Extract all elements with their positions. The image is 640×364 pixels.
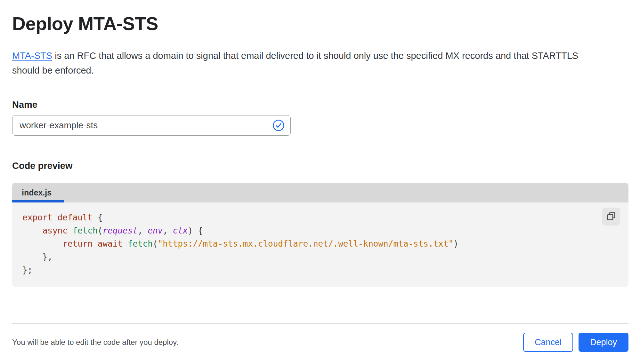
description: MTA-STS is an RFC that allows a domain t… xyxy=(12,48,628,78)
footer-note: You will be able to edit the code after … xyxy=(12,338,178,347)
deploy-mta-sts-page: Deploy MTA-STS MTA-STS is an RFC that al… xyxy=(0,13,640,352)
description-line1: is an RFC that allows a domain to signal… xyxy=(52,51,578,61)
code-line: }, xyxy=(22,250,618,264)
copy-code-button[interactable] xyxy=(602,208,620,226)
code-line: }; xyxy=(22,264,618,277)
tab-label: index.js xyxy=(22,188,52,197)
name-label: Name xyxy=(12,99,628,110)
code-content: export default { async fetch(request, en… xyxy=(22,211,618,277)
footer: You will be able to edit the code after … xyxy=(12,333,628,352)
code-editor-area: export default { async fetch(request, en… xyxy=(12,202,628,287)
code-line: export default { xyxy=(22,211,618,224)
mta-sts-link[interactable]: MTA-STS xyxy=(12,51,52,61)
name-input[interactable] xyxy=(12,115,291,136)
tab-index-js[interactable]: index.js xyxy=(12,183,64,202)
check-circle-icon xyxy=(272,119,285,132)
code-preview-label: Code preview xyxy=(12,161,628,171)
cancel-button[interactable]: Cancel xyxy=(523,333,573,352)
active-tab-indicator xyxy=(12,200,64,202)
code-line: async fetch(request, env, ctx) { xyxy=(22,224,618,237)
code-line: return await fetch("https://mta-sts.mx.c… xyxy=(22,237,618,250)
code-tabbar: index.js xyxy=(12,183,628,202)
copy-icon xyxy=(607,212,615,221)
page-title: Deploy MTA-STS xyxy=(12,13,628,34)
footer-actions: Cancel Deploy xyxy=(523,333,628,352)
name-input-wrap xyxy=(12,115,291,136)
code-preview-block: index.js export default { async fetch(re… xyxy=(12,183,628,287)
deploy-button[interactable]: Deploy xyxy=(579,333,628,352)
description-line2: should be enforced. xyxy=(12,65,94,75)
footer-divider xyxy=(12,323,628,324)
